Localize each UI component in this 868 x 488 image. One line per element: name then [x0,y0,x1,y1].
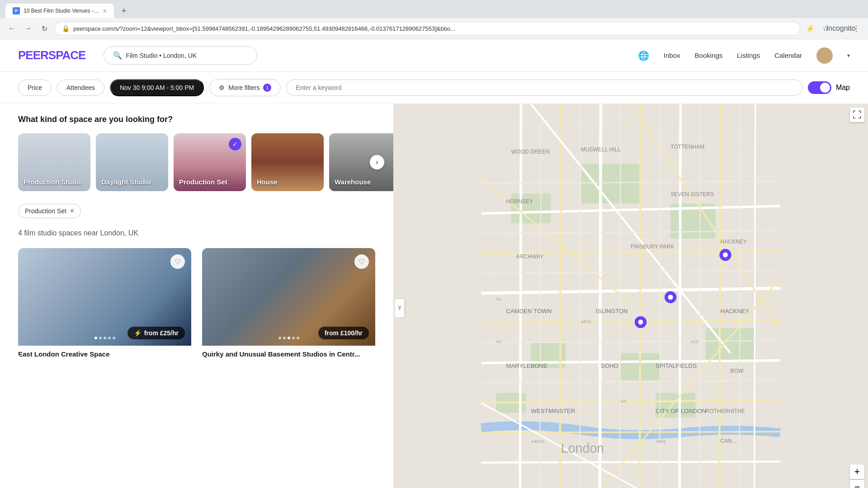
svg-text:SOHO: SOHO [601,362,618,369]
map-toggle-switch[interactable] [808,81,831,94]
left-panel: What kind of space are you looking for? … [0,104,393,488]
svg-rect-2 [581,164,641,203]
svg-text:MARYLEBONE: MARYLEBONE [506,362,547,369]
profile-btn[interactable]: Incognito [835,22,847,35]
price-badge: from £100/hr [318,327,369,339]
space-type-label: House [257,178,278,186]
image-dots [278,337,299,339]
tab-favicon: P [13,7,20,14]
svg-text:WESTMINSTER: WESTMINSTER [531,408,576,414]
svg-text:CITY OF LONDON: CITY OF LONDON [656,408,706,414]
svg-line-19 [600,104,601,488]
svg-line-16 [481,462,780,463]
svg-line-20 [640,104,641,488]
svg-text:ROTHERHITHE: ROTHERHITHE [705,408,745,414]
listing-image: ♡ from £100/hr [202,248,375,346]
svg-text:A501: A501 [656,439,666,444]
back-btn[interactable]: ← [5,22,18,35]
listing-card[interactable]: ♡ ⚡ from £25/hr East London Creative Spa… [18,248,191,358]
price-filter-btn[interactable]: Price [18,80,52,96]
svg-text:London: London [561,441,604,455]
listing-card[interactable]: ♡ from £100/hr Quirky and Unusual Baseme… [202,248,375,358]
svg-text:ARCHWAY: ARCHWAY [516,253,543,260]
dot [113,337,115,339]
results-count: 4 film studio spaces near London, UK [18,229,375,237]
nav-calendar[interactable]: Calendar [774,52,802,59]
svg-text:HACKNEY: HACKNEY [720,308,749,314]
extensions-btn[interactable]: ⚡ [804,22,816,35]
user-menu-chevron-icon[interactable]: ▾ [847,52,850,59]
map-scroll-btn[interactable]: Y [395,299,404,317]
svg-point-72 [638,319,643,324]
listing-title: East London Creative Space [18,350,191,358]
svg-line-17 [520,104,521,488]
new-tab-btn[interactable]: + [118,5,130,17]
nav-listings[interactable]: Listings [737,52,760,59]
space-type-label: Production Studio [24,178,82,186]
svg-line-18 [560,104,561,488]
filter-count-badge: 1 [263,84,271,92]
svg-line-23 [754,104,755,488]
svg-point-68 [723,253,728,258]
space-type-house[interactable]: House [251,133,324,191]
nav-actions: ⚡ ☆ Incognito ⋮ [804,22,863,35]
map-fullscreen-btn[interactable]: ⛶ [850,108,864,122]
svg-text:MUSWELL HILL: MUSWELL HILL [581,146,621,153]
dot [94,337,97,339]
datetime-filter-btn[interactable]: Nov 30 9:00 AM - 5:00 PM [110,79,204,96]
dot [297,337,299,339]
space-type-production-set[interactable]: ✓ Production Set [174,133,246,191]
nav-inbox[interactable]: Inbox [664,52,680,59]
browser-tab[interactable]: P 10 Best Film Studio Venues - Lo... × [5,4,114,18]
space-types-next-btn[interactable]: › [370,155,384,169]
space-type-label: Daylight Studio [101,178,151,186]
space-type-production-studio[interactable]: Production Studio [18,133,90,191]
filter-icon: ⚙ [219,84,225,91]
active-filter-label: Production Set [25,207,66,215]
favorite-btn[interactable]: ♡ [354,254,369,269]
globe-icon[interactable]: 🌐 [638,50,649,61]
listing-image: ♡ ⚡ from £25/hr [18,248,191,346]
svg-text:A4: A4 [621,399,627,404]
favorite-btn[interactable]: ♡ [170,254,185,269]
refresh-btn[interactable]: ↻ [38,22,51,35]
svg-rect-6 [705,328,755,361]
forward-btn[interactable]: → [22,22,34,35]
dot [288,337,290,339]
search-icon: 🔍 [113,51,122,60]
space-type-label: Production Set [179,178,227,186]
space-type-daylight-studio[interactable]: Daylight Studio [96,133,168,191]
address-bar[interactable]: 🔒 peerspace.com/s/?zoom=12&viewport_bbox… [54,22,800,35]
price-badge: ⚡ from £25/hr [127,327,185,339]
space-type-selected-icon: ✓ [229,138,241,150]
space-types-row: Production Studio Daylight Studio ✓ Prod… [18,133,375,191]
map-zoom-in-btn[interactable]: + [850,465,864,479]
svg-text:CAN...: CAN... [720,438,736,444]
map-toggle-group: Map [808,81,850,94]
more-filters-btn[interactable]: ⚙ More filters 1 [209,79,281,96]
tab-close-btn[interactable]: × [103,7,107,14]
search-bar[interactable]: 🔍 Film Studio • London, UK [104,46,257,65]
active-filter-tag[interactable]: Production Set × [18,204,81,218]
map-container[interactable]: WOOD GREEN MUSWELL HILL TOTTENHAM HORNSE… [393,104,868,488]
map-panel[interactable]: WOOD GREEN MUSWELL HILL TOTTENHAM HORNSE… [393,104,868,488]
attendees-filter-btn[interactable]: Attendees [57,80,104,96]
more-filters-label: More filters [228,84,259,91]
user-avatar[interactable] [816,47,833,64]
svg-line-21 [679,104,680,488]
menu-btn[interactable]: ⋮ [850,22,863,35]
svg-text:FINSBURY PARK: FINSBURY PARK [631,244,674,250]
map-zoom-out-btn[interactable]: − [850,480,864,488]
svg-text:A1: A1 [496,296,502,301]
nav-bookings[interactable]: Bookings [695,52,723,59]
header-nav: 🌐 Inbox Bookings Listings Calendar ▾ [638,47,850,64]
dot [104,337,106,339]
nav-bar: ← → ↻ 🔒 peerspace.com/s/?zoom=12&viewpor… [0,18,868,39]
svg-text:A10: A10 [690,339,698,344]
logo[interactable]: PEERSPACE [18,48,85,62]
keyword-input[interactable] [286,80,802,96]
map-controls: ⛶ [850,108,864,122]
svg-text:A1: A1 [496,339,502,344]
svg-line-15 [481,432,780,432]
active-filter-close-icon[interactable]: × [70,207,74,215]
